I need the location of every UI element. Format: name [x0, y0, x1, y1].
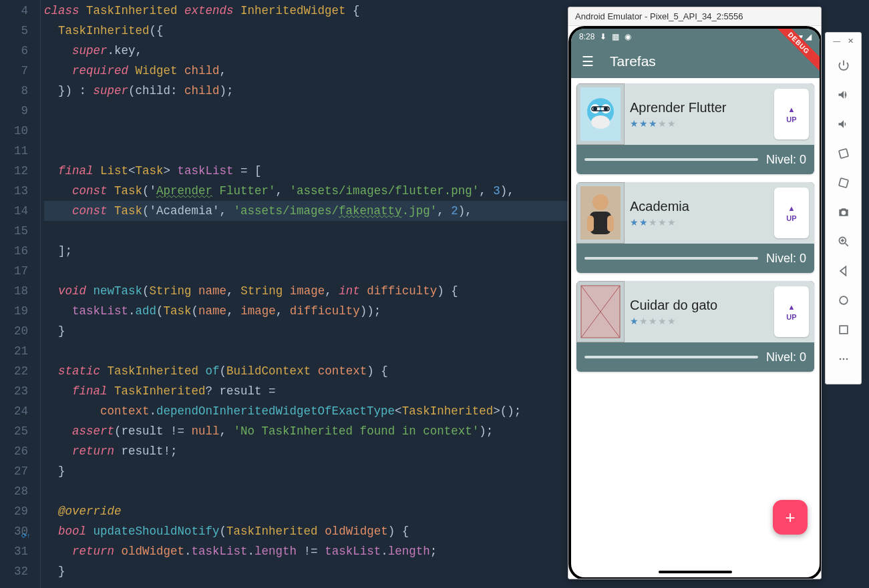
more-icon[interactable] — [831, 346, 856, 372]
svg-rect-20 — [840, 326, 848, 334]
svg-point-5 — [604, 107, 608, 111]
task-name: Aprender Flutter — [630, 100, 763, 115]
arrow-up-icon: ▲ — [788, 303, 796, 311]
up-button[interactable]: ▲UP — [774, 89, 809, 139]
status-time: 8:28 — [579, 32, 594, 41]
task-progress — [584, 257, 758, 260]
svg-point-21 — [839, 358, 841, 360]
back-icon[interactable] — [831, 258, 856, 284]
up-button[interactable]: ▲UP — [774, 286, 809, 337]
device-screen[interactable]: 8:28 ⬇ ▦ ◉ ▾ ◢ ☰ Tarefas DEBUG Aprender … — [571, 29, 820, 577]
task-image — [576, 182, 625, 244]
svg-rect-17 — [838, 178, 848, 188]
svg-rect-11 — [587, 216, 594, 232]
line-gutter: 4567891011121314💡15161718192021222324252… — [0, 0, 40, 588]
rotate-left-icon[interactable] — [831, 141, 856, 166]
rotate-right-icon[interactable] — [831, 170, 856, 196]
up-button[interactable]: ▲UP — [774, 188, 809, 238]
nav-pill[interactable] — [659, 571, 732, 573]
power-icon[interactable] — [831, 53, 856, 78]
signal-icon: ◢ — [806, 32, 812, 41]
svg-point-9 — [592, 194, 609, 210]
task-name: Academia — [630, 199, 763, 214]
emulator-title: Android Emulator - Pixel_5_API_34_2:5556 — [568, 7, 821, 26]
fab-add-button[interactable]: + — [773, 500, 808, 535]
up-label: UP — [786, 313, 796, 321]
svg-point-19 — [840, 296, 848, 304]
svg-point-22 — [842, 358, 844, 360]
task-name: Cuidar do gato — [630, 298, 763, 313]
task-progress — [584, 356, 758, 358]
task-stars: ★★★★★ — [630, 217, 763, 228]
task-card: Cuidar do gato★★★★★▲UPNivel: 0 — [576, 281, 814, 372]
app-body[interactable]: Aprender Flutter★★★★★▲UPNivel: 0Academia… — [571, 78, 820, 545]
status-bar: 8:28 ⬇ ▦ ◉ ▾ ◢ — [571, 29, 820, 45]
task-stars: ★★★★★ — [630, 118, 763, 129]
camera-icon[interactable] — [831, 200, 856, 225]
arrow-up-icon: ▲ — [788, 204, 796, 212]
svg-rect-12 — [607, 216, 614, 232]
emulator-window: Android Emulator - Pixel_5_API_34_2:5556… — [568, 7, 822, 579]
close-icon[interactable]: ✕ — [848, 37, 854, 45]
plus-icon: + — [785, 507, 795, 528]
task-card: Aprender Flutter★★★★★▲UPNivel: 0 — [576, 83, 814, 174]
task-card: Academia★★★★★▲UPNivel: 0 — [576, 182, 814, 273]
overview-icon[interactable] — [831, 317, 856, 342]
emulator-toolbar: — ✕ — [825, 32, 862, 384]
app-bar: ☰ Tarefas — [571, 45, 820, 78]
status-icon: ◉ — [625, 32, 631, 41]
svg-point-4 — [593, 107, 597, 111]
svg-point-7 — [591, 115, 610, 129]
task-progress — [584, 158, 758, 161]
volume-down-icon[interactable] — [831, 111, 856, 137]
status-icon: ⬇ — [600, 32, 606, 41]
minimize-icon[interactable]: — — [833, 37, 840, 45]
up-label: UP — [786, 115, 796, 123]
volume-up-icon[interactable] — [831, 82, 856, 107]
task-level: Nivel: 0 — [766, 153, 806, 167]
home-icon[interactable] — [831, 288, 856, 313]
task-image — [576, 83, 625, 145]
status-icon: ▦ — [612, 32, 619, 41]
svg-point-23 — [846, 358, 848, 360]
device-frame: 8:28 ⬇ ▦ ◉ ▾ ◢ ☰ Tarefas DEBUG Aprender … — [568, 26, 822, 579]
code-area[interactable]: class TaskInherited extends InheritedWid… — [40, 0, 568, 588]
task-level: Nivel: 0 — [766, 252, 806, 266]
menu-icon[interactable]: ☰ — [582, 53, 594, 69]
wifi-icon: ▾ — [799, 32, 803, 41]
task-level: Nivel: 0 — [766, 350, 806, 364]
svg-rect-16 — [838, 149, 848, 158]
zoom-icon[interactable] — [831, 229, 856, 254]
task-image — [576, 281, 625, 342]
up-label: UP — [786, 214, 796, 222]
code-editor[interactable]: 4567891011121314💡15161718192021222324252… — [0, 0, 568, 588]
task-stars: ★★★★★ — [630, 316, 763, 326]
appbar-title: Tarefas — [610, 53, 656, 69]
arrow-up-icon: ▲ — [788, 105, 796, 113]
